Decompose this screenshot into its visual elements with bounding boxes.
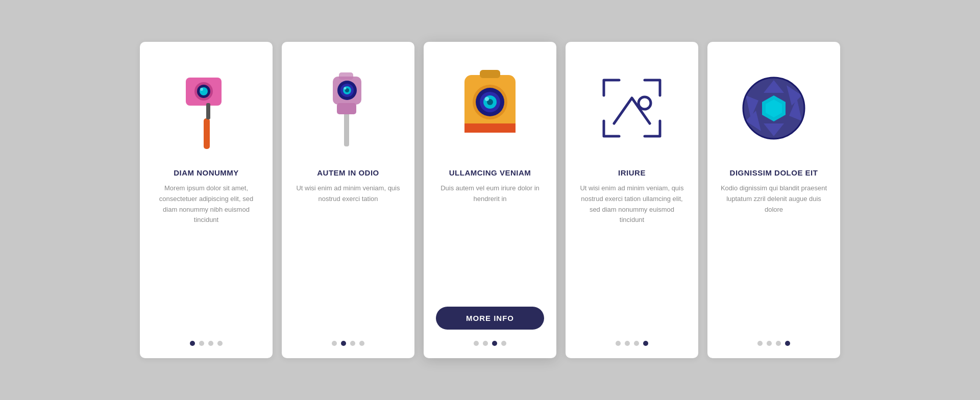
card-5-title: DIGNISSIM DOLOE EIT — [730, 168, 818, 177]
dot — [208, 341, 213, 346]
card-1-text: Morem ipsum dolor sit amet, consectetuer… — [152, 183, 260, 330]
svg-rect-0 — [204, 118, 210, 149]
dot — [350, 341, 355, 346]
card-4-text: Ut wisi enim ad minim veniam, quis nostr… — [578, 183, 686, 330]
svg-point-25 — [485, 97, 489, 101]
card-4-dots — [616, 341, 648, 346]
dot — [483, 341, 488, 346]
dot — [190, 341, 195, 346]
svg-rect-8 — [337, 103, 356, 114]
dot — [217, 341, 223, 346]
svg-point-26 — [639, 97, 651, 109]
card-2-text: Ut wisi enim ad minim veniam, quis nostr… — [294, 183, 402, 330]
icon-camera-stick — [294, 57, 402, 159]
svg-rect-7 — [344, 111, 349, 146]
svg-rect-19 — [480, 70, 500, 78]
cards-container: DIAM NONUMMY Morem ipsum dolor sit amet,… — [109, 21, 871, 379]
card-1-dots — [190, 341, 223, 346]
dot — [359, 341, 364, 346]
card-5-dots — [757, 341, 790, 346]
icon-photo-frame — [578, 57, 686, 159]
card-diam-nonummy: DIAM NONUMMY Morem ipsum dolor sit amet,… — [140, 42, 273, 358]
dot — [492, 341, 497, 346]
dot — [341, 341, 346, 346]
icon-action-camera — [436, 57, 544, 159]
svg-rect-18 — [464, 130, 516, 133]
card-dignissim-doloe-eit: DIGNISSIM DOLOE EIT Kodio dignissim qui … — [707, 42, 840, 358]
card-5-text: Kodio dignissim qui blandit praesent lup… — [720, 183, 828, 330]
card-iriure: IRIURE Ut wisi enim ad minim veniam, qui… — [566, 42, 698, 358]
dot — [332, 341, 337, 346]
card-autem-in-odio: AUTEM IN ODIO Ut wisi enim ad minim veni… — [282, 42, 414, 358]
card-3-title: ULLAMCING VENIAM — [449, 168, 531, 177]
svg-point-15 — [344, 87, 347, 90]
card-2-dots — [332, 341, 364, 346]
card-1-title: DIAM NONUMMY — [174, 168, 239, 177]
svg-rect-10 — [339, 72, 353, 80]
dot — [643, 341, 648, 346]
dot — [757, 341, 763, 346]
dot — [501, 341, 506, 346]
icon-aperture — [720, 57, 828, 159]
card-3-dots — [474, 341, 506, 346]
svg-point-5 — [200, 88, 203, 91]
dot — [199, 341, 204, 346]
dot — [625, 341, 630, 346]
dot — [767, 341, 772, 346]
dot — [634, 341, 639, 346]
dot — [776, 341, 781, 346]
card-4-title: IRIURE — [618, 168, 646, 177]
card-3-text: Duis autem vel eum iriure dolor in hendr… — [436, 183, 544, 297]
card-ullamcing-veniam: ULLAMCING VENIAM Duis autem vel eum iriu… — [424, 42, 556, 358]
more-info-button[interactable]: MORE INFO — [436, 307, 544, 330]
dot — [474, 341, 479, 346]
dot — [616, 341, 621, 346]
icon-selfie-stick — [152, 57, 260, 159]
card-2-title: AUTEM IN ODIO — [317, 168, 379, 177]
dot — [785, 341, 790, 346]
svg-rect-6 — [206, 103, 210, 119]
